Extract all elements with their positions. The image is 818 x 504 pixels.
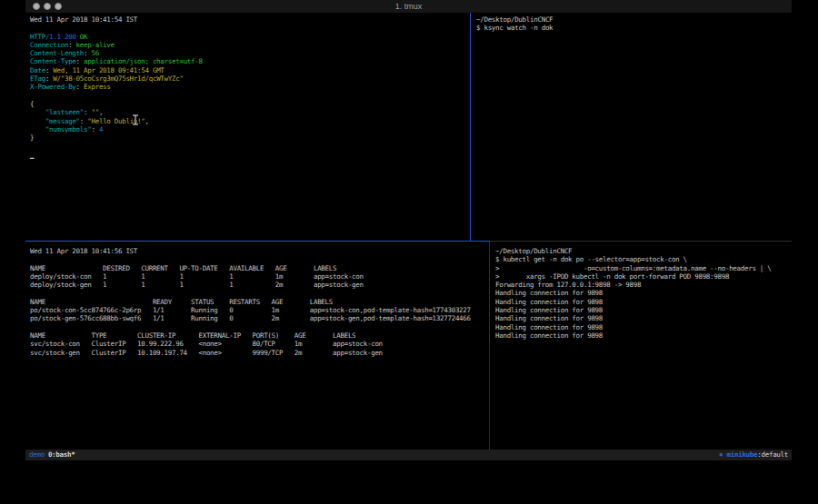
desktop-background: 1. tmux Wed 11 Apr 2018 10:41:54 IST HTT… xyxy=(0,0,818,504)
terminal-line xyxy=(30,255,494,263)
pane-divider-vertical-top[interactable] xyxy=(470,13,471,241)
terminal-line: Handling connection for 9898 xyxy=(495,306,797,314)
terminal-line: X-Powered-By: Express xyxy=(30,83,474,91)
mouse-cursor-ibeam xyxy=(132,114,139,125)
terminal-line: po/stock-gen-576cc688bb-swqf6 1/1 Runnin… xyxy=(30,314,494,322)
terminal-line: ▁ xyxy=(30,151,474,159)
pane-divider-vertical-bottom[interactable] xyxy=(489,242,490,450)
terminal-line: $ kubectl get -n dok po --selector=app=s… xyxy=(495,255,797,263)
terminal-line: { xyxy=(30,100,474,108)
terminal-line: ~/Desktop/DublinCNCF xyxy=(476,15,797,24)
terminal-line: Handling connection for 9898 xyxy=(495,289,797,297)
terminal-line: "lastseen": "", xyxy=(30,108,474,116)
terminal-line: HTTP/1.1 200 OK xyxy=(30,33,474,41)
terminal-line: Date: Wed, 11 Apr 2018 09:41:54 GMT xyxy=(30,66,474,74)
terminal-line: po/stock-con-5cc874766c-2p6rp 1/1 Runnin… xyxy=(30,306,494,314)
kube-namespace: :default xyxy=(757,450,788,460)
terminal-line: Connection: keep-alive xyxy=(30,41,474,49)
terminal-line xyxy=(30,289,494,297)
terminal-line: $ ksync watch -n dok xyxy=(476,24,797,32)
terminal-line: Wed 11 Apr 2018 10:41:54 IST xyxy=(30,15,474,24)
terminal-line: Handling connection for 9898 xyxy=(495,298,797,306)
pane-divider-horizontal-active[interactable] xyxy=(25,241,490,242)
terminal-line: "message": "Hello Dublin!", xyxy=(30,117,474,125)
window-title: 1. tmux xyxy=(25,1,792,12)
terminal-line: NAME DESIRED CURRENT UP-TO-DATE AVAILABL… xyxy=(30,264,494,272)
terminal-line: Content-Length: 56 xyxy=(30,49,474,57)
status-right: ⎈ minikube :default xyxy=(719,450,788,460)
terminal-line: Forwarding from 127.0.0.1:9898 -> 9898 xyxy=(495,281,797,289)
pane-ksync-watch[interactable]: ~/Desktop/DublinCNCF$ ksync watch -n dok xyxy=(471,13,797,243)
pane-kubectl-get[interactable]: Wed 11 Apr 2018 10:41:56 IST NAME DESIRE… xyxy=(25,242,494,455)
terminal-line: deploy/stock-gen 1 1 1 1 2m app=stock-ge… xyxy=(30,281,494,289)
status-left: demo 0:bash* xyxy=(29,450,75,460)
terminal-line xyxy=(30,24,474,32)
terminal-window: 1. tmux Wed 11 Apr 2018 10:41:54 IST HTT… xyxy=(25,0,792,460)
active-window-label[interactable]: 0:bash* xyxy=(48,450,75,460)
terminal-line: NAME TYPE CLUSTER-IP EXTERNAL-IP PORT(S)… xyxy=(30,331,494,340)
terminal-line: "numsymbols": 4 xyxy=(30,125,474,133)
kube-context: minikube xyxy=(723,450,757,460)
terminal-line: ~/Desktop/DublinCNCF xyxy=(495,247,797,255)
terminal-line: Wed 11 Apr 2018 10:41:56 IST xyxy=(30,247,494,255)
terminal-line xyxy=(30,92,474,100)
terminal-line: Handling connection for 9898 xyxy=(495,331,797,340)
pane-http-response[interactable]: Wed 11 Apr 2018 10:41:54 IST HTTP/1.1 20… xyxy=(25,13,474,243)
terminal-line: Handling connection for 9898 xyxy=(495,323,797,331)
tmux-status-bar: demo 0:bash* ⎈ minikube :default xyxy=(25,450,792,460)
terminal-line: > -o=custom-columns=:metadata.name --no-… xyxy=(495,264,797,272)
terminal-line: > xargs -IPOD kubectl -n dok port-forwar… xyxy=(495,272,797,281)
terminal-line xyxy=(30,323,494,331)
pane-divider-horizontal[interactable] xyxy=(490,241,792,242)
terminal-line: NAME READY STATUS RESTARTS AGE LABELS xyxy=(30,298,494,306)
terminal-line xyxy=(30,142,474,150)
terminal-line: svc/stock-gen ClusterIP 10.109.197.74 <n… xyxy=(30,349,494,357)
terminal-line: ETag: W/"38-05coCsrg3mQ75sHr1d/qcWTwYZc" xyxy=(30,74,474,83)
terminal-line: } xyxy=(30,133,474,142)
terminal-line: Handling connection for 9898 xyxy=(495,314,797,322)
session-name: demo xyxy=(29,450,45,460)
pane-port-forward[interactable]: ~/Desktop/DublinCNCF$ kubectl get -n dok… xyxy=(490,242,797,455)
terminal-line: Content-Type: application/json; charset=… xyxy=(30,57,474,65)
terminal-line: deploy/stock-con 1 1 1 1 1m app=stock-co… xyxy=(30,272,494,281)
tmux-terminal: Wed 11 Apr 2018 10:41:54 IST HTTP/1.1 20… xyxy=(25,13,792,450)
terminal-line: svc/stock-con ClusterIP 10.99.222.96 <no… xyxy=(30,340,494,348)
window-titlebar[interactable]: 1. tmux xyxy=(25,0,792,13)
